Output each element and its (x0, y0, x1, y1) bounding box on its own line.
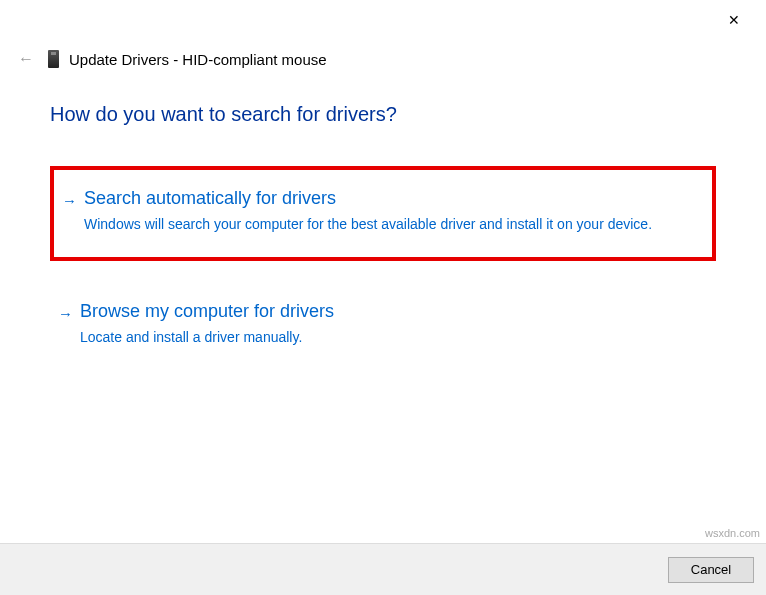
dialog-footer: Cancel (0, 543, 766, 595)
page-question: How do you want to search for drivers? (50, 103, 716, 126)
dialog-title: Update Drivers - HID-compliant mouse (69, 51, 327, 68)
title-bar: ✕ (0, 0, 766, 40)
arrow-right-icon: → (58, 305, 73, 322)
content-area: How do you want to search for drivers? →… (0, 73, 766, 369)
close-button[interactable]: ✕ (714, 5, 754, 35)
option-description: Locate and install a driver manually. (80, 328, 696, 348)
option-title: Search automatically for drivers (84, 188, 692, 209)
dialog-header: ← Update Drivers - HID-compliant mouse (0, 40, 766, 73)
arrow-right-icon: → (62, 192, 77, 209)
option-search-automatically[interactable]: → Search automatically for drivers Windo… (50, 166, 716, 261)
cancel-button[interactable]: Cancel (668, 557, 754, 583)
option-title: Browse my computer for drivers (80, 301, 696, 322)
option-browse-computer[interactable]: → Browse my computer for drivers Locate … (50, 283, 716, 370)
watermark: wsxdn.com (705, 527, 760, 539)
back-arrow-icon[interactable]: ← (18, 50, 38, 68)
device-icon (48, 50, 59, 68)
option-description: Windows will search your computer for th… (84, 215, 692, 235)
